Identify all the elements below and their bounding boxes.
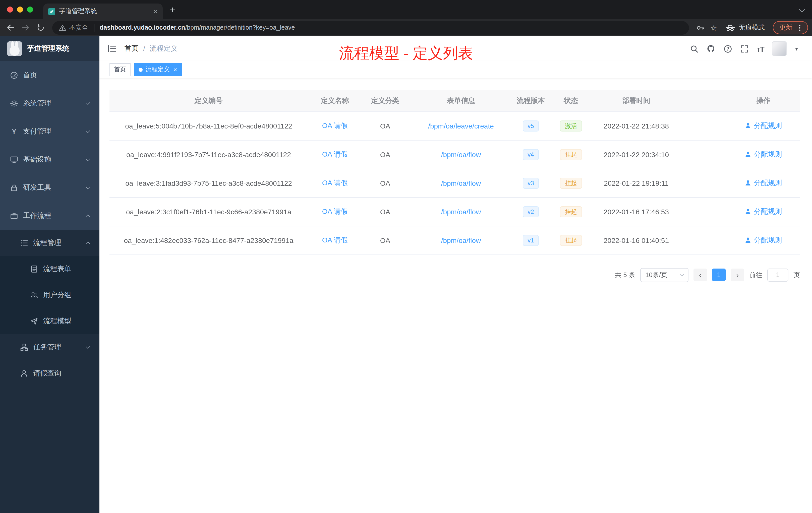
browser-tab[interactable]: 芋道管理系统 × (43, 3, 163, 19)
form-link[interactable]: /bpm/oa/leave/create (428, 122, 494, 130)
minimize-window-icon[interactable] (17, 6, 23, 12)
tab-title: 芋道管理系统 (59, 7, 149, 16)
sidebar-item-task-management[interactable]: 任务管理 (0, 334, 99, 360)
sidebar-item-label: 流程模型 (43, 317, 71, 326)
url-domain: dashboard.yudao.iocoder.cn (100, 24, 185, 31)
assign-rule-link[interactable]: 分配规则 (745, 207, 782, 215)
sidebar-item-label: 流程表单 (43, 265, 71, 274)
sidebar-item-user-group[interactable]: 用户分组 (0, 282, 99, 308)
tag-home[interactable]: 首页 (110, 63, 130, 76)
help-icon[interactable] (724, 44, 732, 53)
sidebar-item-infrastructure[interactable]: 基础设施 (0, 146, 99, 174)
sidebar-item-process-model[interactable]: 流程模型 (0, 308, 99, 334)
dashboard-icon (10, 71, 18, 79)
tab-search-icon[interactable] (799, 7, 805, 12)
back-icon[interactable] (4, 21, 17, 34)
fullscreen-icon[interactable] (740, 44, 749, 53)
forward-icon[interactable] (19, 21, 32, 34)
deploy-time: 2022-01-16 17:46:53 (594, 197, 678, 226)
assign-rule-link[interactable]: 分配规则 (745, 150, 782, 158)
reload-icon[interactable] (34, 21, 47, 34)
briefcase-icon (10, 212, 18, 220)
filler-cell (678, 226, 727, 254)
definition-name-link[interactable]: OA 请假 (322, 207, 348, 215)
app-window: 芋道管理系统 首页 系统管理 ¥ 支付管理 基础设施 (0, 36, 812, 513)
definition-name-link[interactable]: OA 请假 (322, 121, 348, 129)
next-page-button[interactable]: › (731, 269, 744, 281)
sidebar-item-home[interactable]: 首页 (0, 61, 99, 89)
goto-page-input[interactable] (767, 268, 788, 281)
prev-page-button[interactable]: ‹ (694, 269, 707, 281)
sidebar-logo[interactable]: 芋道管理系统 (0, 36, 99, 61)
version-badge: v1 (522, 235, 539, 246)
maximize-window-icon[interactable] (27, 6, 33, 12)
address-bar[interactable]: 不安全 dashboard.yudao.iocoder.cn/bpm/manag… (52, 21, 689, 34)
browser-menu-kebab-icon[interactable] (796, 24, 804, 31)
form-link[interactable]: /bpm/oa/flow (441, 150, 481, 158)
form-link[interactable]: /bpm/oa/flow (441, 236, 481, 244)
definitions-table: 定义编号 定义名称 定义分类 表单信息 流程版本 状态 部署时间 操作 (110, 90, 800, 255)
users-icon (30, 291, 38, 299)
form-link[interactable]: /bpm/oa/flow (441, 179, 481, 187)
assign-rule-link[interactable]: 分配规则 (745, 236, 782, 244)
document-icon (30, 265, 38, 273)
active-tag-dot-icon (139, 67, 143, 71)
page-content: 定义编号 定义名称 定义分类 表单信息 流程版本 状态 部署时间 操作 (99, 78, 812, 282)
hamburger-icon[interactable] (108, 44, 116, 53)
sidebar-item-process-management[interactable]: 流程管理 (0, 230, 99, 256)
assign-rule-link[interactable]: 分配规则 (745, 178, 782, 186)
search-icon[interactable] (690, 44, 698, 53)
breadcrumb-home[interactable]: 首页 (124, 44, 139, 53)
browser-update-button[interactable]: 更新 (773, 21, 808, 34)
sidebar-item-label: 流程管理 (33, 238, 61, 247)
sidebar-item-label: 系统管理 (23, 99, 51, 108)
github-icon[interactable] (706, 44, 716, 53)
toolbar-actions: ☆ 无痕模式 更新 (696, 21, 808, 34)
definition-name-link[interactable]: OA 请假 (322, 150, 348, 158)
definition-id: oa_leave:1:482ec033-762a-11ec-8477-a2380… (110, 226, 308, 254)
assign-rule-label: 分配规则 (754, 178, 782, 186)
deploy-time: 2022-01-22 21:48:38 (594, 112, 678, 140)
sidebar-item-payment[interactable]: ¥ 支付管理 (0, 117, 99, 146)
breadcrumb: 首页 / 流程定义 (124, 44, 178, 53)
user-avatar[interactable] (772, 41, 787, 56)
page-url: dashboard.yudao.iocoder.cn/bpm/manager/d… (100, 24, 295, 31)
chevron-up-icon (86, 214, 90, 219)
definition-category: OA (362, 197, 408, 226)
sidebar-item-label: 基础设施 (23, 155, 51, 164)
sidebar-item-workflow[interactable]: 工作流程 (0, 202, 99, 230)
tag-close-icon[interactable]: × (173, 66, 177, 73)
assign-rule-label: 分配规则 (754, 236, 782, 244)
password-key-icon[interactable] (696, 23, 704, 32)
sidebar-item-label: 支付管理 (23, 127, 51, 136)
pagination: 共 5 条 10条/页 ‹ 1 › 前往 页 (110, 268, 800, 282)
column-header-status: 状态 (548, 90, 594, 112)
tag-process-definition[interactable]: 流程定义 × (134, 63, 181, 76)
definition-name-link[interactable]: OA 请假 (322, 236, 348, 244)
sidebar-item-leave-query[interactable]: 请假查询 (0, 360, 99, 387)
definition-name-link[interactable]: OA 请假 (322, 178, 348, 186)
tab-close-icon[interactable]: × (153, 7, 158, 15)
bookmark-star-icon[interactable]: ☆ (710, 24, 717, 31)
sidebar-item-devtools[interactable]: 研发工具 (0, 174, 99, 202)
main-area: 首页 / 流程定义 тT (99, 36, 812, 513)
filler-cell (678, 197, 727, 226)
sidebar-item-process-form[interactable]: 流程表单 (0, 256, 99, 282)
form-link[interactable]: /bpm/oa/flow (441, 208, 481, 216)
sidebar-item-system[interactable]: 系统管理 (0, 89, 99, 117)
font-size-icon[interactable]: тT (757, 44, 764, 53)
column-header-version: 流程版本 (514, 90, 548, 112)
new-tab-button[interactable]: + (170, 5, 175, 14)
assign-rule-link[interactable]: 分配规则 (745, 121, 782, 129)
column-header-deploy-time: 部署时间 (594, 90, 678, 112)
screen: 芋道管理系统 × + 不安全 dashboard.yudao.iocoder.c… (0, 0, 812, 513)
sidebar-item-label: 研发工具 (23, 183, 51, 192)
close-window-icon[interactable] (7, 6, 13, 12)
window-controls (0, 0, 38, 19)
status-badge: 激活 (560, 120, 582, 131)
page-number-button[interactable]: 1 (712, 269, 726, 281)
avatar-caret-down-icon[interactable]: ▾ (795, 46, 798, 52)
page-size-select[interactable]: 10条/页 (640, 268, 689, 282)
definition-id: oa_leave:2:3c1f0ef1-76b1-11ec-9c66-a2380… (110, 197, 308, 226)
column-header-id: 定义编号 (110, 90, 308, 112)
